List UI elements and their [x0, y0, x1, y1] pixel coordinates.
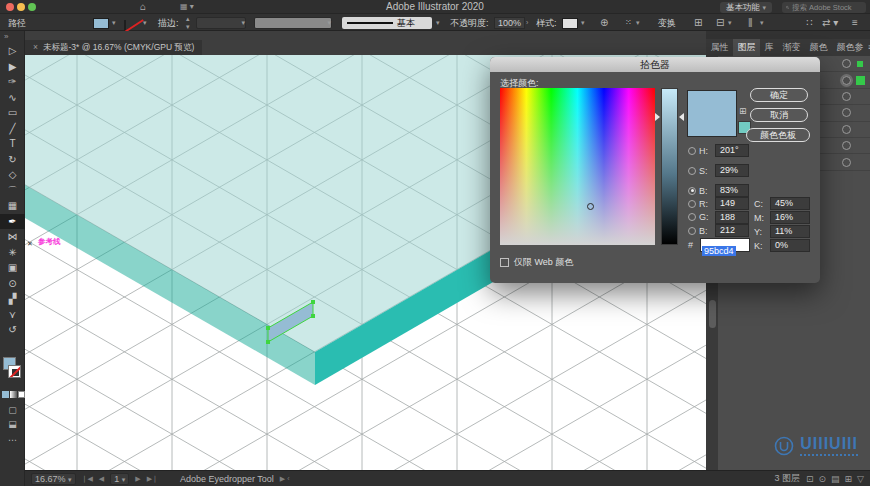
locate-object-icon[interactable]: ⊡	[806, 474, 814, 484]
fill-stroke-indicator[interactable]	[0, 357, 25, 387]
tab-图层[interactable]: 图层	[733, 39, 760, 56]
hsb-B-value[interactable]: 83%	[715, 184, 749, 197]
color-marker[interactable]	[587, 203, 594, 210]
scrollbar-thumb[interactable]	[709, 300, 716, 328]
pen-tool[interactable]: ✑	[0, 74, 25, 90]
zoom-tool[interactable]: ⊙	[0, 276, 25, 292]
eraser-tool[interactable]: ◇	[0, 167, 25, 183]
rgb-R-value[interactable]: 149	[715, 197, 749, 210]
tab-库[interactable]: 库	[760, 39, 778, 56]
hsb-S-value[interactable]: 29%	[715, 164, 749, 177]
transform-label[interactable]: 变换	[658, 15, 676, 31]
clipping-mask-icon[interactable]: ⊙	[818, 474, 826, 484]
brush-dropdown-icon[interactable]: ▾	[436, 15, 440, 31]
align-objects-icon[interactable]: ⊟	[716, 15, 724, 31]
layer-target-icon[interactable]	[842, 108, 851, 117]
gradient-mode-icon[interactable]	[10, 391, 17, 398]
fill-dropdown-icon[interactable]: ▾	[112, 15, 116, 31]
opacity-value[interactable]: 100%	[494, 17, 525, 29]
rgb-G-value[interactable]: 188	[715, 211, 749, 224]
checkbox-icon[interactable]	[500, 258, 509, 267]
ok-button[interactable]: 确定	[750, 88, 808, 102]
fill-color-swatch[interactable]	[93, 18, 109, 29]
style-swatch[interactable]	[562, 18, 578, 29]
next-artboard-icon[interactable]: ▶	[135, 475, 140, 483]
share-screen-icon[interactable]: ⇄ ▾	[822, 15, 838, 31]
artboard-navigation-select[interactable]: 1 ▾	[110, 473, 129, 485]
eyedropper-tool[interactable]: ✒	[0, 214, 25, 230]
layer-target-icon[interactable]	[842, 59, 851, 68]
stroke-color-swatch[interactable]	[124, 20, 126, 32]
first-artboard-icon[interactable]: ❘◀	[82, 475, 93, 483]
preferences-dropdown-icon[interactable]: ▾	[636, 15, 640, 31]
last-artboard-icon[interactable]: ▶❘	[147, 475, 158, 483]
align-dropdown-icon[interactable]: ▾	[728, 15, 732, 31]
layer-target-icon[interactable]	[842, 158, 851, 167]
web-colors-only-checkbox[interactable]: 仅限 Web 颜色	[500, 256, 573, 269]
distribute-icon[interactable]: ⫼	[748, 15, 753, 31]
tab-属性[interactable]: 属性	[706, 39, 733, 56]
selection-tool[interactable]: ▷	[0, 43, 25, 59]
document-setup-icon[interactable]: ⊕	[600, 15, 608, 31]
search-input[interactable]	[792, 3, 862, 12]
color-mode-icon[interactable]	[2, 391, 9, 398]
rotate-tool[interactable]: ↻	[0, 152, 25, 168]
free-transform-icon[interactable]: ⊞	[694, 15, 702, 31]
status-expand-icon[interactable]: ▶ ‹	[280, 475, 290, 483]
blend-tool[interactable]: ⋈	[0, 229, 25, 245]
screen-mode-icon[interactable]: ⬓	[0, 419, 25, 429]
paintbrush-tool[interactable]: ╱	[0, 121, 25, 137]
style-dropdown-icon[interactable]: ▾	[581, 15, 585, 31]
cancel-button[interactable]: 取消	[750, 108, 808, 122]
out-of-web-color-icon[interactable]: ⊞	[739, 106, 747, 116]
rectangle-tool[interactable]: ▭	[0, 105, 25, 121]
cmyk-M-value[interactable]: 16%	[770, 211, 810, 224]
cmyk-C-value[interactable]: 45%	[770, 197, 810, 210]
layer-target-icon[interactable]	[842, 141, 851, 150]
draw-mode-icon[interactable]: ▢	[0, 405, 25, 415]
stroke-weight-combo[interactable]: ▾	[196, 17, 246, 29]
artboard-tool[interactable]: ▣	[0, 260, 25, 276]
slider-right-arrow-icon[interactable]	[679, 113, 684, 121]
brush-combo[interactable]: 基本	[342, 17, 432, 29]
hsb-B-radio[interactable]	[688, 187, 696, 195]
tab-颜色参[interactable]: 颜色参	[832, 39, 868, 56]
tools-expand-icon[interactable]: »	[0, 31, 24, 43]
cmyk-Y-value[interactable]: 11%	[770, 225, 810, 238]
symbol-sprayer-tool[interactable]: ✳	[0, 245, 25, 261]
none-mode-icon[interactable]	[18, 391, 25, 398]
layer-target-icon[interactable]	[842, 76, 851, 85]
prev-artboard-icon[interactable]: ◀	[99, 475, 104, 483]
layer-target-icon[interactable]	[842, 92, 851, 101]
stock-search[interactable]	[782, 2, 866, 13]
hex-input[interactable]: 95bcd4	[700, 238, 750, 252]
panel-list-icon[interactable]: ≡	[852, 15, 858, 31]
slice-tool[interactable]: ▞	[0, 291, 25, 307]
preferences-grid-icon[interactable]: ⁙	[625, 15, 632, 31]
slider-left-arrow-icon[interactable]	[655, 113, 660, 121]
delete-layer-icon[interactable]: ▽	[857, 474, 864, 484]
hsb-H-radio[interactable]	[688, 147, 696, 155]
tab-颜色[interactable]: 颜色	[805, 39, 832, 56]
distribute-dropdown-icon[interactable]: ▾	[760, 15, 764, 31]
workspace-switcher[interactable]: 基本功能 ▾	[720, 2, 772, 13]
stroke-stepper[interactable]: ▴▾	[186, 15, 190, 31]
zoom-level-select[interactable]: 16.67% ▾	[31, 473, 76, 485]
hand-tool[interactable]: ⌒	[0, 183, 25, 199]
close-document-icon[interactable]: ×	[33, 42, 38, 52]
new-layer-icon[interactable]: ⊞	[845, 474, 853, 484]
stroke-proxy-swatch[interactable]	[8, 365, 21, 378]
variable-width-combo[interactable]: ▾	[254, 17, 332, 29]
cmyk-K-value[interactable]: 0%	[770, 239, 810, 252]
join-tool[interactable]: ⋎	[0, 307, 25, 323]
rgb-B-radio[interactable]	[688, 227, 696, 235]
tab-渐变[interactable]: 渐变	[778, 39, 805, 56]
document-tab[interactable]: ×未标题-3* @ 16.67% (CMYK/GPU 预览)	[25, 40, 202, 55]
stroke-dropdown-icon[interactable]: ▾	[143, 15, 147, 31]
more-tools-icon[interactable]: ⋯	[0, 435, 25, 445]
direct-selection-tool[interactable]: ▶	[0, 59, 25, 75]
layer-target-icon[interactable]	[842, 125, 851, 134]
brightness-slider[interactable]	[661, 88, 678, 245]
rgb-R-radio[interactable]	[688, 200, 696, 208]
hsb-H-value[interactable]: 201°	[715, 144, 749, 157]
